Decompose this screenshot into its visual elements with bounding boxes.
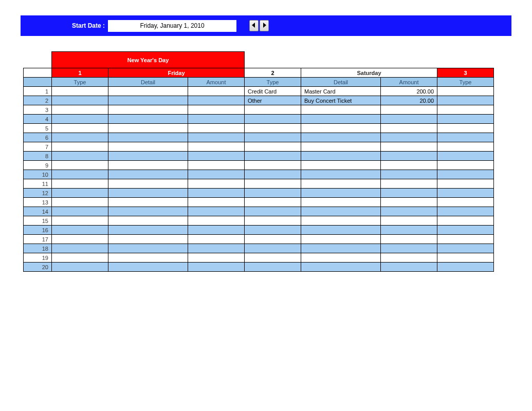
cell-day1-detail[interactable] <box>108 115 188 124</box>
cell-day2-type[interactable] <box>245 244 301 253</box>
cell-day1-amount[interactable] <box>188 189 245 198</box>
cell-day1-detail[interactable] <box>108 263 188 272</box>
cell-day1-detail[interactable] <box>108 179 188 189</box>
cell-day1-amount[interactable] <box>188 235 245 244</box>
cell-day1-detail[interactable] <box>108 244 188 253</box>
cell-day2-type[interactable]: Other <box>245 96 301 105</box>
cell-day1-detail[interactable] <box>108 105 188 115</box>
cell-day2-amount[interactable] <box>381 142 437 152</box>
cell-day2-amount[interactable] <box>381 179 437 189</box>
next-button[interactable] <box>260 20 269 31</box>
cell-day2-type[interactable] <box>245 170 301 179</box>
cell-day1-type[interactable] <box>52 152 108 161</box>
cell-day1-type[interactable] <box>52 87 108 96</box>
cell-day2-amount[interactable] <box>381 253 437 263</box>
cell-day1-amount[interactable] <box>188 142 245 152</box>
cell-day2-detail[interactable] <box>301 235 381 244</box>
cell-day2-amount[interactable] <box>381 226 437 235</box>
cell-day1-detail[interactable] <box>108 96 188 105</box>
cell-day1-type[interactable] <box>52 161 108 170</box>
cell-day1-detail[interactable] <box>108 198 188 207</box>
cell-day3-type[interactable] <box>437 179 494 189</box>
cell-day1-type[interactable] <box>52 216 108 226</box>
cell-day1-amount[interactable] <box>188 198 245 207</box>
cell-day2-amount[interactable] <box>381 152 437 161</box>
cell-day2-type[interactable] <box>245 124 301 133</box>
cell-day1-type[interactable] <box>52 207 108 216</box>
prev-button[interactable] <box>249 20 259 31</box>
cell-day1-amount[interactable] <box>188 161 245 170</box>
cell-day2-type[interactable] <box>245 235 301 244</box>
cell-day1-amount[interactable] <box>188 152 245 161</box>
cell-day3-type[interactable] <box>437 142 494 152</box>
cell-day2-amount[interactable] <box>381 115 437 124</box>
cell-day2-amount[interactable] <box>381 198 437 207</box>
cell-day2-detail[interactable] <box>301 216 381 226</box>
cell-day3-type[interactable] <box>437 170 494 179</box>
cell-day2-type[interactable] <box>245 105 301 115</box>
cell-day1-detail[interactable] <box>108 152 188 161</box>
cell-day1-amount[interactable] <box>188 124 245 133</box>
cell-day1-amount[interactable] <box>188 207 245 216</box>
cell-day1-amount[interactable] <box>188 105 245 115</box>
cell-day1-detail[interactable] <box>108 161 188 170</box>
cell-day2-detail[interactable] <box>301 263 381 272</box>
cell-day2-detail[interactable] <box>301 189 381 198</box>
cell-day1-amount[interactable] <box>188 253 245 263</box>
cell-day2-type[interactable] <box>245 133 301 142</box>
cell-day2-detail[interactable] <box>301 115 381 124</box>
cell-day2-detail[interactable] <box>301 133 381 142</box>
cell-day3-type[interactable] <box>437 87 494 96</box>
cell-day2-type[interactable] <box>245 179 301 189</box>
cell-day2-type[interactable] <box>245 152 301 161</box>
cell-day1-type[interactable] <box>52 96 108 105</box>
cell-day2-type[interactable] <box>245 263 301 272</box>
cell-day1-amount[interactable] <box>188 115 245 124</box>
cell-day3-type[interactable] <box>437 189 494 198</box>
cell-day1-amount[interactable] <box>188 133 245 142</box>
cell-day1-amount[interactable] <box>188 263 245 272</box>
cell-day2-detail[interactable] <box>301 124 381 133</box>
cell-day2-type[interactable] <box>245 189 301 198</box>
cell-day1-type[interactable] <box>52 263 108 272</box>
cell-day2-amount[interactable] <box>381 170 437 179</box>
cell-day3-type[interactable] <box>437 115 494 124</box>
cell-day1-type[interactable] <box>52 235 108 244</box>
cell-day2-amount[interactable] <box>381 263 437 272</box>
cell-day2-amount[interactable] <box>381 105 437 115</box>
cell-day2-detail[interactable] <box>301 152 381 161</box>
cell-day3-type[interactable] <box>437 198 494 207</box>
cell-day1-detail[interactable] <box>108 207 188 216</box>
cell-day1-detail[interactable] <box>108 226 188 235</box>
cell-day2-detail[interactable]: Buy Concert Ticket <box>301 96 381 105</box>
cell-day2-detail[interactable] <box>301 105 381 115</box>
cell-day2-type[interactable] <box>245 161 301 170</box>
cell-day1-amount[interactable] <box>188 96 245 105</box>
cell-day1-type[interactable] <box>52 179 108 189</box>
cell-day1-type[interactable] <box>52 189 108 198</box>
cell-day2-amount[interactable] <box>381 207 437 216</box>
cell-day1-detail[interactable] <box>108 189 188 198</box>
cell-day3-type[interactable] <box>437 235 494 244</box>
start-date-field[interactable]: Friday, January 1, 2010 <box>108 20 236 32</box>
cell-day3-type[interactable] <box>437 263 494 272</box>
cell-day1-type[interactable] <box>52 253 108 263</box>
cell-day2-amount[interactable]: 200.00 <box>381 87 437 96</box>
cell-day1-type[interactable] <box>52 226 108 235</box>
cell-day2-type[interactable] <box>245 198 301 207</box>
cell-day3-type[interactable] <box>437 207 494 216</box>
cell-day1-amount[interactable] <box>188 226 245 235</box>
cell-day1-type[interactable] <box>52 142 108 152</box>
cell-day2-amount[interactable] <box>381 133 437 142</box>
cell-day1-detail[interactable] <box>108 253 188 263</box>
cell-day2-type[interactable] <box>245 216 301 226</box>
cell-day3-type[interactable] <box>437 96 494 105</box>
cell-day1-detail[interactable] <box>108 235 188 244</box>
cell-day1-detail[interactable] <box>108 216 188 226</box>
cell-day2-detail[interactable] <box>301 226 381 235</box>
cell-day1-amount[interactable] <box>188 87 245 96</box>
cell-day2-detail[interactable] <box>301 170 381 179</box>
cell-day2-detail[interactable] <box>301 142 381 152</box>
cell-day3-type[interactable] <box>437 253 494 263</box>
cell-day3-type[interactable] <box>437 244 494 253</box>
